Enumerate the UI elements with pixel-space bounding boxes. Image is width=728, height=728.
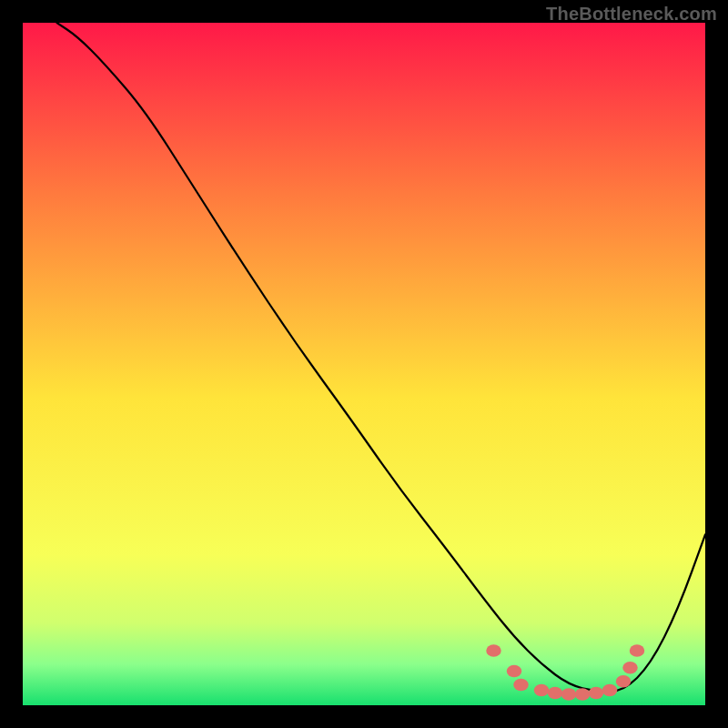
chart-svg bbox=[23, 23, 705, 705]
highlight-dot bbox=[548, 687, 563, 700]
highlight-dot bbox=[575, 688, 591, 701]
highlight-dot bbox=[534, 684, 550, 697]
highlight-dot bbox=[589, 687, 604, 700]
highlight-dot bbox=[616, 675, 632, 688]
highlight-dot bbox=[486, 644, 501, 657]
highlight-dot bbox=[602, 684, 618, 697]
highlight-dot bbox=[630, 644, 645, 657]
highlight-dot bbox=[513, 679, 529, 692]
highlight-dot bbox=[561, 688, 577, 701]
plot-background bbox=[23, 23, 705, 705]
watermark-text: TheBottleneck.com bbox=[546, 4, 717, 25]
plot-area bbox=[23, 23, 705, 705]
highlight-dot bbox=[622, 662, 638, 674]
figure-frame: TheBottleneck.com bbox=[0, 0, 728, 728]
highlight-dot bbox=[507, 665, 522, 678]
